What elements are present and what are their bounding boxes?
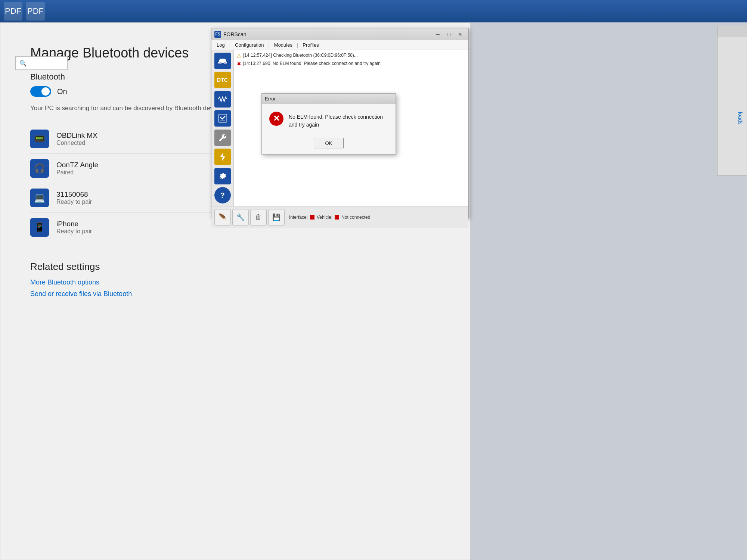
tool-btn[interactable]: 🔧 [232, 209, 249, 225]
log-text-1: [14:12:57.424] Checking Bluetooth (36:C9… [243, 52, 358, 59]
bluetooth-toggle[interactable] [30, 86, 51, 97]
second-window-partial-text: loads [737, 112, 743, 124]
send-receive-files-link[interactable]: Send or receive files via Bluetooth [30, 290, 440, 298]
forscan-title-text: FORScan [223, 31, 246, 37]
connection-status: Not connected [341, 215, 370, 220]
sidebar-wrench-btn[interactable] [213, 128, 232, 147]
related-settings-title: Related settings [30, 261, 440, 273]
obdlink-icon: 📟 [30, 130, 49, 148]
31150068-icon: 💻 [30, 189, 49, 207]
sidebar-bolt-btn[interactable] [213, 148, 232, 167]
iphone-info: iPhone Ready to pair [56, 220, 92, 235]
sidebar-wave-btn[interactable] [213, 90, 232, 109]
search-icon: 🔍 [19, 60, 27, 67]
more-bluetooth-options-link[interactable]: More Bluetooth options [30, 279, 440, 286]
forscan-titlebar: FS FORScan ─ □ ✕ [211, 28, 468, 40]
trash-btn[interactable]: 🗑 [250, 209, 267, 225]
check-icon [214, 110, 231, 127]
gear-icon [214, 168, 231, 184]
bluetooth-description: Your PC is searching for and can be disc… [30, 103, 239, 113]
toggle-state-label: On [57, 87, 67, 96]
iphone-name: iPhone [56, 220, 92, 228]
oontz-name: OonTZ Angle [56, 161, 98, 169]
sidebar-dtc-btn[interactable]: DTC [213, 71, 232, 90]
taskbar-pdf-icon-2[interactable]: PDF [26, 2, 45, 21]
log-text-2: [14:13:27.690] No ELM found. Please chec… [243, 60, 381, 67]
ok-button[interactable]: OK [314, 138, 344, 148]
sidebar-gear-btn[interactable] [213, 167, 232, 186]
oontz-info: OonTZ Angle Paired [56, 161, 98, 176]
feather-btn[interactable]: 🪶 [214, 209, 231, 225]
bolt-icon [214, 149, 231, 165]
save-btn[interactable]: 💾 [268, 209, 285, 225]
interface-label: Interface: [289, 215, 308, 220]
forscan-menubar: Log | Configuration | Modules | Profiles [211, 40, 468, 50]
sidebar-check-btn[interactable] [213, 109, 232, 128]
second-window-titlebar [717, 26, 747, 37]
sidebar-car-btn[interactable] [213, 52, 232, 70]
error-dialog-footer: OK [262, 135, 396, 154]
31150068-status: Ready to pair [56, 199, 92, 205]
vehicle-label: Vehicle: [317, 215, 332, 220]
oontz-icon: 🎧 [30, 159, 49, 178]
help-icon: ? [214, 187, 231, 203]
dtc-icon: DTC [214, 72, 231, 88]
menu-profiles[interactable]: Profiles [299, 41, 322, 49]
error-dialog-body: ✕ No ELM found. Please check connection … [262, 104, 396, 135]
maximize-button[interactable]: □ [444, 30, 454, 39]
oontz-status: Paired [56, 169, 98, 176]
svg-rect-2 [218, 114, 227, 122]
menu-modules[interactable]: Modules [270, 41, 296, 49]
forscan-sidebar: DTC [211, 50, 234, 206]
second-window-partial: loads [717, 26, 747, 175]
iphone-icon: 📱 [30, 218, 49, 237]
menu-configuration[interactable]: Configuration [231, 41, 267, 49]
forscan-bottom-toolbar: 🪶 🔧 🗑 💾 Interface: Vehicle: Not connecte… [211, 206, 468, 228]
window-controls: ─ □ ✕ [433, 30, 465, 39]
31150068-name: 31150068 [56, 190, 92, 199]
obdlink-info: OBDLink MX Connected [56, 131, 97, 146]
menu-log[interactable]: Log [213, 41, 229, 49]
taskbar: PDF PDF [0, 0, 747, 22]
svg-point-0 [219, 62, 221, 64]
iphone-status: Ready to pair [56, 228, 92, 235]
error-icon-circle: ✕ [269, 112, 283, 126]
svg-point-1 [224, 62, 226, 64]
error-x-icon: ✕ [273, 114, 280, 124]
interface-status-dot [310, 215, 314, 220]
settings-search-box[interactable]: 🔍 [15, 56, 68, 70]
wave-icon [214, 91, 231, 108]
forscan-status-bar: Interface: Vehicle: Not connected [289, 215, 370, 220]
minimize-button[interactable]: ─ [433, 30, 443, 39]
warn-icon: ⚠ [237, 52, 242, 60]
toggle-knob [41, 87, 50, 96]
close-button[interactable]: ✕ [455, 30, 465, 39]
error-dialog-titlebar: Error [262, 94, 396, 104]
car-icon [214, 53, 231, 69]
log-line-1: ⚠ [14:12:57.424] Checking Bluetooth (36:… [237, 52, 465, 60]
svg-marker-4 [220, 152, 225, 161]
obdlink-status: Connected [56, 140, 97, 146]
taskbar-pdf-icon-1[interactable]: PDF [4, 2, 22, 21]
forscan-title-area: FS FORScan [214, 31, 246, 38]
vehicle-status-dot [335, 215, 339, 220]
menu-separator-3: | [297, 42, 298, 48]
wrench-icon [214, 130, 231, 146]
menu-separator-2: | [268, 42, 269, 48]
sidebar-help-btn[interactable]: ? [213, 186, 232, 205]
31150068-info: 31150068 Ready to pair [56, 190, 92, 205]
menu-separator-1: | [229, 42, 230, 48]
error-dialog: Error ✕ No ELM found. Please check conne… [261, 93, 396, 155]
error-dialog-title: Error [265, 96, 276, 102]
forscan-app-icon: FS [214, 31, 221, 38]
obdlink-name: OBDLink MX [56, 131, 97, 140]
error-icon: ✖ [237, 60, 241, 68]
error-message-text: No ELM found. Please check connection an… [289, 112, 388, 129]
log-line-2: ✖ [14:13:27.690] No ELM found. Please ch… [237, 60, 465, 68]
